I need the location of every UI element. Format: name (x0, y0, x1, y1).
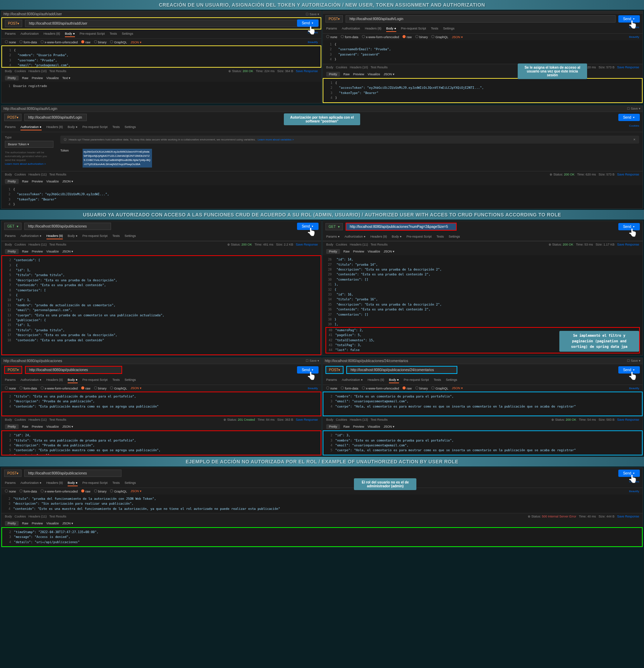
radio-formdata[interactable]: form-data (19, 40, 37, 44)
tab-headers[interactable]: Headers (9) (46, 233, 63, 239)
beautify-link[interactable]: Beautify (629, 35, 639, 38)
radio-none[interactable]: none (326, 35, 337, 39)
tab-auth[interactable]: Authorization ● (20, 233, 41, 239)
radio-formdata[interactable]: form-data (341, 35, 358, 39)
tab-pretty[interactable]: Pretty (326, 249, 340, 254)
tab-body[interactable]: Body ● (392, 234, 401, 239)
tab-tests[interactable]: Tests (431, 26, 438, 32)
save-button[interactable]: ☐ Save ▾ (627, 107, 641, 110)
url-input[interactable]: http://localhost:8080/api/publicaciones (24, 223, 111, 230)
tab-visualize[interactable]: Visualize (46, 180, 59, 183)
tab-settings[interactable]: Settings (443, 26, 455, 32)
tab-params[interactable]: Params (5, 31, 16, 37)
save-response[interactable]: Save Response (617, 243, 639, 246)
radio-graphql[interactable]: GraphQL (110, 40, 127, 44)
tab-visualize[interactable]: Visualize (46, 76, 59, 80)
tab-visualize[interactable]: Visualize (368, 72, 380, 76)
tab-preview[interactable]: Preview (32, 250, 43, 253)
tab-prereq[interactable]: Pre-request Script (83, 377, 108, 383)
tab-settings[interactable]: Settings (449, 234, 460, 239)
text-select[interactable]: Text ▾ (62, 76, 70, 80)
tab-headers[interactable]: Headers (9) (370, 234, 387, 239)
tab-prereq[interactable]: Pre-request Script (406, 234, 432, 239)
tab-raw[interactable]: Raw (344, 250, 350, 253)
save-response[interactable]: Save Response (296, 243, 318, 246)
json-select[interactable]: JSON ▾ (383, 250, 395, 253)
url-input[interactable]: http://localhost:8080/api/publicaciones/… (346, 366, 457, 374)
radio-binary[interactable]: binary (94, 40, 107, 44)
save-response[interactable]: Save Response (617, 173, 639, 176)
tab-prereq[interactable]: Pre-request Script (83, 124, 108, 130)
save-button[interactable]: ☐ Save ▾ (627, 359, 641, 362)
tab-settings[interactable]: Settings (125, 124, 136, 130)
tab-body[interactable]: Body ● (68, 124, 77, 130)
auth-learn-link[interactable]: Learn more about authorization > (5, 162, 46, 165)
json-select[interactable]: JSON ▾ (130, 41, 142, 44)
url-input[interactable]: http://localhost:8080/api/auth/addUser (25, 20, 318, 27)
radio-raw[interactable]: raw (402, 35, 412, 39)
request-body[interactable]: 2"nombre": "Este es un comentario de pru… (323, 392, 643, 417)
tab-preview[interactable]: Preview (353, 72, 364, 76)
tab-body[interactable]: Body ● (386, 26, 396, 32)
tab-prereq[interactable]: Pre-request Script (80, 31, 105, 37)
radio-none[interactable]: none (5, 40, 16, 44)
tab-params[interactable]: Params (5, 124, 16, 130)
url-input[interactable]: http://localhost:8080/api/auth/Login (346, 15, 615, 23)
radio-graphql[interactable]: GraphQL (431, 35, 448, 39)
info-learn-link[interactable]: Learn more about variables > (258, 138, 294, 141)
method-select[interactable]: POST ▾ (4, 114, 22, 121)
tab-tests[interactable]: Tests (112, 124, 120, 130)
tab-pretty[interactable]: Pretty (326, 72, 340, 77)
json-select[interactable]: JSON ▾ (452, 35, 463, 39)
beautify-link[interactable]: Beautify (308, 41, 318, 44)
url-input[interactable]: http://localhost:8080/api/publicaciones?… (346, 223, 457, 231)
tab-raw[interactable]: Raw (22, 250, 28, 253)
tab-params[interactable]: Params ● (326, 234, 340, 239)
close-icon[interactable]: ✕ (633, 138, 636, 141)
method-select[interactable]: POST ▾ (4, 366, 22, 374)
tab-pretty[interactable]: Pretty (5, 179, 19, 184)
tab-raw[interactable]: Raw (22, 180, 28, 183)
tab-tests[interactable]: Tests (112, 233, 120, 239)
method-select[interactable]: POST ▾ (5, 20, 22, 27)
tab-tests[interactable]: Tests (112, 377, 120, 383)
tab-auth[interactable]: Authorization ● (20, 377, 41, 383)
method-select[interactable]: POST ▾ (4, 470, 22, 477)
tab-params[interactable]: Params (5, 233, 16, 239)
auth-type-select[interactable]: Bearer Token ▾ (5, 141, 53, 148)
send-button[interactable]: Send (297, 19, 319, 27)
radio-raw[interactable]: raw (81, 40, 91, 44)
save-response[interactable]: Save Response (617, 66, 639, 69)
tab-auth[interactable]: Authorization (20, 31, 39, 37)
tab-visualize[interactable]: Visualize (368, 250, 380, 253)
method-select[interactable]: GET ▾ (325, 223, 343, 230)
json-select[interactable]: JSON ▾ (62, 250, 73, 253)
tab-headers[interactable]: Headers (8) (365, 26, 382, 32)
tab-tests[interactable]: Tests (437, 234, 444, 239)
tab-settings[interactable]: Settings (125, 233, 136, 239)
tab-auth[interactable]: Authorization ● (20, 124, 41, 130)
method-select[interactable]: GET ▾ (4, 223, 22, 230)
tab-visualize[interactable]: Visualize (46, 250, 59, 253)
tab-params[interactable]: Params (326, 26, 337, 32)
tab-auth[interactable]: Authorization ● (345, 234, 365, 239)
method-select[interactable]: POST ▾ (325, 366, 344, 374)
send-button[interactable]: Send (618, 114, 640, 121)
request-body[interactable]: 1{ 2 "nombre": "Usuario Prueba", 3 "user… (1, 45, 321, 68)
tab-params[interactable]: Params (5, 377, 16, 383)
save-response[interactable]: Save Response (296, 69, 318, 73)
token-input[interactable]: eyJhbGciOiJIUzUxMiJ9.eyJzdWIiOiJwcnVlYmE… (83, 149, 152, 168)
url-input[interactable]: http://localhost:8080/api/publicaciones (25, 366, 122, 374)
tab-headers[interactable]: Headers (8) (46, 124, 63, 130)
request-body[interactable]: 2"titulo": "Esta es una publicación de p… (1, 392, 321, 417)
radio-xwww[interactable]: x-www-form-urlencoded (41, 40, 78, 44)
tab-preview[interactable]: Preview (353, 250, 364, 253)
url-input[interactable]: http://localhost:8080/api/publicaciones (24, 470, 121, 477)
tab-prereq[interactable]: Pre-request Script (83, 233, 108, 239)
tab-pretty[interactable]: Pretty (5, 76, 19, 80)
json-select[interactable]: JSON ▾ (383, 72, 395, 76)
tab-preview[interactable]: Preview (32, 180, 43, 183)
request-body[interactable]: 1{ 2 "usernameOrEmail": "Prueba", 3 "pas… (323, 40, 643, 64)
tab-body[interactable]: Body ● (65, 31, 75, 37)
tab-preview[interactable]: Preview (32, 76, 43, 80)
